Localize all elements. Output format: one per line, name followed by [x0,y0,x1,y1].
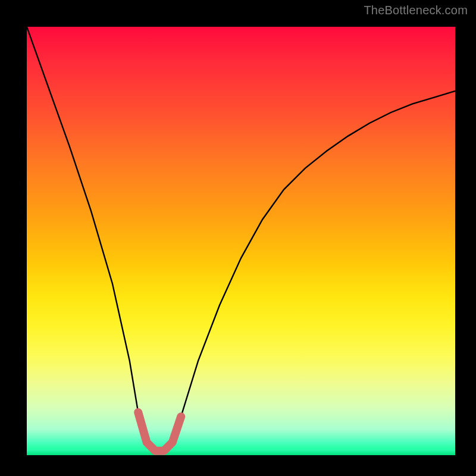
chart-frame: TheBottleneck.com [0,0,476,476]
curve-path [27,27,455,451]
minimum-marker-path [138,412,181,451]
bottleneck-curve [27,27,455,451]
curve-layer [27,27,455,455]
watermark-text: TheBottleneck.com [364,4,468,17]
minimum-marker [138,412,181,451]
plot-area [27,27,455,455]
